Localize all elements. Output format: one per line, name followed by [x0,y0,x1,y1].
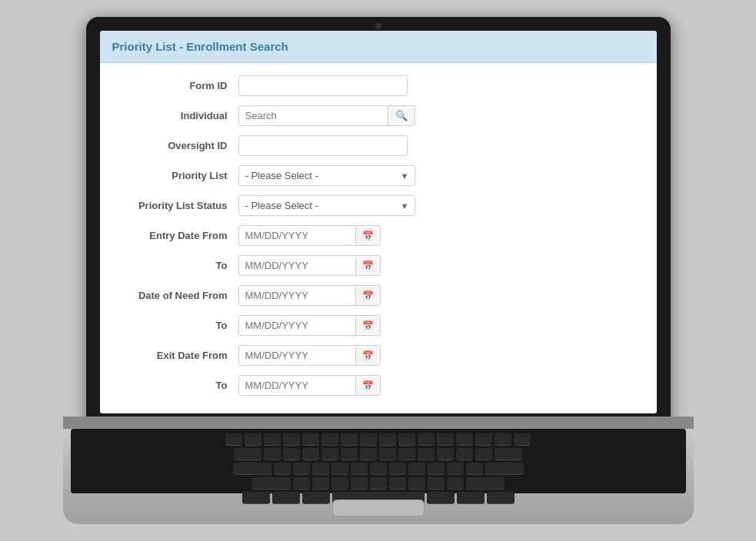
key [514,433,531,446]
key [272,492,300,504]
key [370,477,387,490]
key [408,477,425,490]
date-of-need-from-label: Date of Need From [115,290,238,301]
entry-date-from-calendar-button[interactable]: 📅 [355,227,380,245]
key [428,477,445,490]
key [475,433,492,446]
key [495,433,511,446]
key [360,448,377,460]
key [485,463,524,475]
laptop-screen: Priority List - Enrollment Search Form I… [86,17,671,424]
key [428,463,445,475]
key [370,463,387,475]
individual-search-wrapper: 🔍 [238,105,415,126]
laptop-hinge [63,417,694,429]
exit-date-from-calendar-button[interactable]: 📅 [355,347,380,365]
date-of-need-from-wrapper: 📅 [238,285,381,306]
laptop-base [63,417,694,524]
key [341,448,358,460]
key [264,433,281,446]
key [242,492,270,504]
oversight-id-row: Oversight ID [115,135,641,156]
priority-list-status-select[interactable]: - Please Select - [238,195,415,216]
form-body: Form ID Individual 🔍 Oversight ID [100,63,657,413]
key [351,463,368,475]
oversight-id-label: Oversight ID [115,140,238,151]
key [321,433,338,446]
entry-date-to-input[interactable] [239,256,355,275]
date-of-need-from-input[interactable] [239,286,355,305]
key [341,433,358,446]
entry-date-from-row: Entry Date From 📅 [115,225,641,246]
entry-date-from-wrapper: 📅 [238,225,381,246]
key [495,448,522,460]
key-row-4 [77,477,680,490]
priority-list-label: Priority List [115,170,238,181]
exit-date-to-calendar-button[interactable]: 📅 [355,377,380,395]
exit-date-to-input[interactable] [239,376,355,395]
key [264,448,281,460]
key [437,433,454,446]
key [447,463,464,475]
entry-date-to-calendar-button[interactable]: 📅 [355,257,380,275]
priority-list-status-select-wrapper: - Please Select - ▼ [238,195,415,216]
key [331,463,348,475]
keyboard-rows [71,429,686,511]
screen-inner: Priority List - Enrollment Search Form I… [100,31,657,413]
key [245,433,261,446]
key [225,433,242,446]
key [302,433,319,446]
key [321,448,338,460]
trackpad[interactable] [332,500,425,516]
oversight-id-input[interactable] [238,135,408,156]
app-content: Priority List - Enrollment Search Form I… [100,31,657,413]
entry-date-from-label: Entry Date From [115,230,238,241]
key [283,433,300,446]
key-row-3 [77,463,680,475]
key [466,463,483,475]
individual-search-input[interactable] [239,106,388,125]
individual-search-button[interactable]: 🔍 [388,106,415,125]
key [456,448,473,460]
exit-date-to-row: To 📅 [115,375,641,396]
form-id-label: Form ID [115,80,238,91]
date-of-need-to-input[interactable] [239,316,355,335]
date-of-need-from-row: Date of Need From 📅 [115,285,641,306]
key [437,448,454,460]
key [447,477,464,490]
individual-label: Individual [115,110,238,121]
exit-date-from-row: Exit Date From 📅 [115,345,641,366]
key [389,463,406,475]
entry-date-to-row: To 📅 [115,255,641,276]
key [302,492,330,504]
priority-list-status-label: Priority List Status [115,200,238,211]
form-id-row: Form ID [115,75,641,96]
date-of-need-from-calendar-button[interactable]: 📅 [355,287,380,305]
key [379,448,396,460]
key [331,477,348,490]
exit-date-from-input[interactable] [239,346,355,365]
key [302,448,319,460]
key-row-1 [77,433,680,446]
entry-date-from-input[interactable] [239,226,355,245]
key [252,477,291,490]
key [456,433,473,446]
key [427,492,455,504]
entry-date-to-wrapper: 📅 [238,255,381,276]
date-of-need-to-row: To 📅 [115,315,641,336]
key [312,463,329,475]
individual-row: Individual 🔍 [115,105,641,126]
date-of-need-to-calendar-button[interactable]: 📅 [355,317,380,335]
key [457,492,485,504]
key [312,477,329,490]
key [274,463,291,475]
priority-list-select-wrapper: - Please Select - ▼ [238,165,415,186]
priority-list-status-row: Priority List Status - Please Select - ▼ [115,195,641,216]
key [293,477,310,490]
laptop-wrapper: Priority List - Enrollment Search Form I… [63,17,694,524]
key [418,433,435,446]
exit-date-to-label: To [115,380,238,391]
priority-list-select[interactable]: - Please Select - [238,165,415,186]
form-id-input[interactable] [238,75,408,96]
app-header: Priority List - Enrollment Search [100,31,657,63]
